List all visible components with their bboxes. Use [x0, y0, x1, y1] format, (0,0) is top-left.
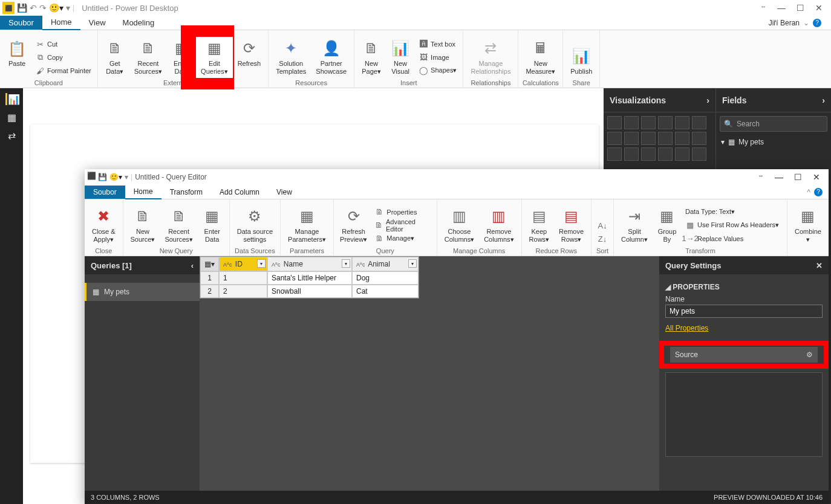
viz-type-icon[interactable] — [675, 132, 689, 145]
data-source-settings-button[interactable]: ⚙Data source settings — [232, 205, 278, 246]
text-box-button[interactable]: 🅰Text box — [419, 38, 457, 50]
tab-modeling[interactable]: Modeling — [114, 16, 163, 30]
viz-type-icon[interactable] — [675, 147, 689, 161]
partner-showcase-button[interactable]: 👤Partner Showcase — [311, 37, 351, 78]
column-header-animal[interactable]: Aᴮc Animal▾ — [352, 257, 419, 271]
format-painter-button[interactable]: 🖌Format Painter — [35, 65, 91, 77]
remove-rows-button[interactable]: ▤Remove Rows▾ — [554, 205, 588, 246]
copy-button[interactable]: ⧉Copy — [35, 51, 91, 63]
tab-soubor[interactable]: Soubor — [0, 16, 42, 30]
table-row[interactable]: 2 2 Snowball Cat — [200, 285, 419, 298]
image-button[interactable]: 🖼Image — [419, 51, 457, 63]
viz-type-icon[interactable] — [675, 116, 689, 129]
fields-search[interactable]: 🔍Search — [720, 116, 827, 132]
save-icon[interactable]: 💾 — [98, 173, 107, 181]
advanced-editor-button[interactable]: 🗎Advanced Editor — [374, 219, 430, 231]
column-header-name[interactable]: Aᴮc Name▾ — [267, 257, 352, 271]
choose-columns-button[interactable]: ▥Choose Columns▾ — [440, 205, 479, 246]
collapse-left-icon[interactable]: ‹ — [191, 261, 194, 270]
viz-type-icon[interactable] — [658, 132, 673, 145]
filter-icon[interactable]: ▾ — [342, 259, 350, 268]
table-corner[interactable]: ▦▾ — [200, 257, 219, 271]
resize-handle-icon[interactable]: ↔ — [760, 3, 766, 13]
filter-icon[interactable]: ▾ — [408, 259, 417, 268]
gear-icon[interactable]: ⚙ — [806, 351, 813, 359]
model-view-icon[interactable]: ⇄ — [5, 129, 18, 141]
new-measure-button[interactable]: 🖩New Measure▾ — [521, 37, 560, 78]
properties-button[interactable]: 🗎Properties — [374, 206, 430, 218]
new-visual-button[interactable]: 📊New Visual — [386, 37, 415, 78]
viz-type-icon[interactable] — [692, 132, 706, 145]
viz-type-icon[interactable] — [641, 147, 656, 161]
smiley-icon[interactable]: 🙂▾ — [109, 173, 122, 181]
new-source-button[interactable]: 🗎New Source▾ — [126, 205, 160, 246]
first-row-headers-button[interactable]: ▦Use First Row As Headers▾ — [685, 219, 781, 231]
viz-type-icon[interactable] — [607, 147, 622, 161]
help-icon[interactable]: ? — [814, 188, 823, 196]
filter-icon[interactable]: ▾ — [257, 259, 266, 268]
qe-tab-add-column[interactable]: Add Column — [211, 186, 268, 199]
fields-table-row[interactable]: ▾▦My pets — [721, 138, 826, 146]
combine-button[interactable]: ▦Combine ▾ — [790, 205, 826, 246]
query-name-input[interactable] — [665, 305, 823, 318]
save-icon[interactable]: 💾 — [17, 3, 27, 13]
smiley-icon[interactable]: 🙂▾ — [49, 3, 64, 13]
column-header-id[interactable]: Aᴮc ID▾ — [219, 257, 267, 271]
resize-handle-icon[interactable]: ↔ — [758, 172, 764, 182]
sort-desc-button[interactable]: Z↓ — [598, 233, 607, 245]
chevron-right-icon[interactable]: › — [706, 95, 709, 105]
get-data-button[interactable]: 🗎Get Data▾ — [100, 37, 129, 78]
undo-icon[interactable]: ↶ — [30, 3, 37, 13]
group-by-button[interactable]: ▦Group By — [653, 205, 682, 246]
table-row[interactable]: 1 1 Santa's Little Helper Dog — [200, 271, 419, 285]
redo-icon[interactable]: ↷ — [39, 3, 47, 13]
recent-sources-button[interactable]: 🗎Recent Sources▾ — [160, 205, 197, 246]
minimize-icon[interactable]: — — [775, 172, 783, 182]
cut-button[interactable]: ✂Cut — [35, 38, 91, 50]
paste-button[interactable]: 📋 Paste — [2, 37, 31, 70]
report-view-icon[interactable]: 📊 — [5, 93, 18, 105]
data-view-icon[interactable]: ▦ — [5, 111, 18, 123]
replace-values-button[interactable]: 1→2Replace Values — [685, 233, 781, 245]
viz-type-icon[interactable] — [607, 116, 622, 129]
remove-columns-button[interactable]: ▥Remove Columns▾ — [479, 205, 518, 246]
close-icon[interactable]: ✕ — [813, 172, 820, 182]
query-list-item[interactable]: ▦ My pets — [85, 283, 200, 301]
tab-view[interactable]: View — [80, 16, 114, 30]
sort-asc-button[interactable]: A↓ — [598, 219, 607, 231]
qe-tab-transform[interactable]: Transform — [161, 186, 211, 199]
viz-type-icon[interactable] — [624, 132, 639, 145]
manage-parameters-button[interactable]: ▦Manage Parameters▾ — [283, 205, 331, 246]
shapes-button[interactable]: ◯Shapes▾ — [419, 65, 457, 77]
close-apply-button[interactable]: ✖Close & Apply▾ — [87, 205, 120, 246]
qe-tab-soubor[interactable]: Soubor — [85, 186, 125, 199]
customize-qat-icon[interactable]: ▾ — [66, 3, 70, 13]
data-type-button[interactable]: Data Type: Text▾ — [685, 206, 781, 218]
manage-query-button[interactable]: 🗎Manage▾ — [374, 233, 430, 245]
new-page-button[interactable]: 🗎New Page▾ — [357, 37, 386, 78]
manage-relationships-button[interactable]: ⇄Manage Relationships — [466, 37, 515, 78]
viz-type-icon[interactable] — [624, 116, 639, 129]
customize-qat-icon[interactable]: ▾ — [125, 173, 128, 181]
maximize-icon[interactable]: ☐ — [797, 3, 804, 13]
user-area[interactable]: Jiří Beran ⌄ ? — [769, 19, 831, 27]
tab-home[interactable]: Home — [42, 15, 80, 30]
close-icon[interactable]: ✕ — [815, 3, 823, 13]
minimize-icon[interactable]: — — [777, 3, 786, 13]
viz-type-icon[interactable] — [641, 116, 656, 129]
viz-type-icon[interactable] — [658, 147, 673, 161]
applied-step-source[interactable]: Source ⚙ — [670, 347, 818, 363]
viz-type-icon[interactable] — [641, 132, 656, 145]
viz-type-icon[interactable] — [692, 147, 706, 161]
all-properties-link[interactable]: All Properties — [665, 324, 708, 332]
publish-button[interactable]: 📊Publish — [565, 45, 597, 78]
chevron-right-icon[interactable]: › — [822, 95, 825, 105]
qe-tab-view[interactable]: View — [268, 186, 301, 199]
qe-tab-home[interactable]: Home — [125, 185, 161, 199]
viz-type-icon[interactable] — [607, 132, 622, 145]
solution-templates-button[interactable]: ✦Solution Templates — [271, 37, 311, 78]
refresh-button[interactable]: ⟳Refresh — [233, 37, 266, 70]
close-panel-icon[interactable]: ✕ — [816, 261, 823, 270]
refresh-preview-button[interactable]: ⟳Refresh Preview▾ — [336, 205, 371, 246]
viz-type-icon[interactable] — [624, 147, 639, 161]
